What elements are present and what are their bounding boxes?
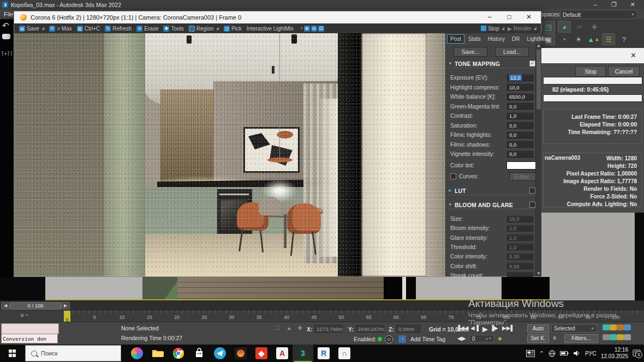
zoom-out-icon[interactable]: ⊖ [311, 26, 317, 32]
taskbar-app-archicad[interactable]: ∩ [334, 345, 355, 362]
render-list-icon[interactable]: ☰ [602, 33, 615, 45]
panel-scrollbar[interactable]: ▲ ▼ [535, 43, 541, 276]
section-tone-mapping[interactable]: ▼ TONE MAPPING ✓ [448, 59, 535, 68]
scroll-up-icon[interactable]: ▲ [536, 43, 541, 49]
taskbar-app-copilot[interactable] [127, 345, 147, 362]
tab-stats[interactable]: Stats [465, 34, 484, 44]
dialog-cancel-button[interactable]: Cancel [608, 66, 640, 77]
tab-dr[interactable]: DR [509, 34, 523, 44]
start-button[interactable] [0, 345, 25, 362]
numeric-field[interactable]: 0,0 [507, 132, 533, 138]
corona-stop-button[interactable]: Stop◢ [481, 26, 504, 32]
numeric-field[interactable]: 1,0 [507, 234, 533, 241]
taskbar-clock[interactable]: 12:16 12.03.2025 [601, 347, 628, 360]
numeric-field[interactable]: 15,0 [507, 216, 533, 222]
taskbar-app-yandex[interactable]: ◆ [251, 345, 272, 362]
numeric-field[interactable]: 0,0 [507, 141, 533, 148]
lightbulb-icon[interactable]: ☀ [573, 34, 585, 45]
play-button[interactable]: ▶ [482, 325, 488, 333]
taskbar-app-telegram[interactable] [210, 345, 230, 362]
lut-checkbox[interactable] [529, 188, 535, 194]
corona-pick-button[interactable]: ◲ Pick [224, 26, 242, 32]
maxscript-listener-line[interactable]: Conversion don [1, 334, 58, 343]
dialog-stop-button[interactable]: Stop [575, 66, 606, 77]
curves-editor-button[interactable]: Editor... [509, 172, 539, 181]
corona-titlebar[interactable]: Corona 6 (Hotfix 2) | 1280×720px (1:1) |… [14, 11, 541, 23]
x-field[interactable]: 1273,746m [314, 325, 343, 333]
dialog-titlebar[interactable]: ✕ [541, 48, 644, 63]
corona-save-button[interactable]: ▤ Save◢ [19, 26, 44, 32]
maxscript-listener[interactable] [1, 323, 59, 334]
post-save-button[interactable]: Save... [454, 47, 487, 57]
numeric-field[interactable]: 6500,0 [507, 94, 533, 100]
tab-post[interactable]: Post [447, 34, 464, 44]
frame-marker[interactable]: 0 [64, 311, 70, 322]
corona-copy-button[interactable]: ▥ Ctrl+C [77, 26, 100, 32]
numeric-field[interactable]: 1,0 [507, 244, 533, 250]
coordinates-icon[interactable]: ✛ [297, 325, 302, 331]
numeric-field[interactable]: 0,0 [507, 151, 533, 158]
viewport-label[interactable]: [+][ [1, 51, 13, 56]
corona-to-max-button[interactable]: ⟳ > Max [49, 26, 72, 32]
menu-file[interactable]: File [4, 11, 14, 17]
scrollbar-thumb[interactable] [536, 50, 541, 110]
post-load-button[interactable]: Load... [495, 47, 529, 57]
close-button[interactable]: ✕ [624, 0, 641, 9]
tray-chevron-icon[interactable]: ⌃ [539, 350, 544, 357]
numeric-field[interactable]: 1,0 [507, 225, 533, 232]
tone-mapping-checkbox[interactable]: ✓ [529, 61, 535, 67]
battery-icon[interactable] [560, 351, 569, 356]
workspaces-dropdown[interactable]: Default▼ [560, 10, 637, 19]
filters-button[interactable]: Filters... [564, 334, 598, 343]
corona-erase-button[interactable]: ✕ Erase [136, 26, 158, 32]
frame-spinner[interactable]: 0▲▼ [469, 335, 494, 342]
corona-region-button[interactable]: Region◢ [189, 26, 219, 32]
dialog-close-icon[interactable]: ✕ [630, 51, 636, 59]
go-to-start-button[interactable]: ▐◀◀ [456, 325, 468, 331]
maximize-button[interactable]: ❐ [606, 0, 622, 9]
y-field[interactable]: 2440,247m [356, 325, 384, 333]
viewport-bottom-strip[interactable] [0, 277, 644, 300]
corona-close-button[interactable]: ✕ [519, 11, 539, 23]
taskbar-app-music[interactable] [230, 345, 251, 362]
keyframe-tools-row2[interactable] [603, 334, 631, 341]
timeline-slider-handle[interactable]: 0 / 100 [10, 302, 61, 310]
taskbar-app-chrome[interactable] [168, 345, 189, 362]
corona-maximize-button[interactable]: □ [499, 11, 519, 23]
numeric-field[interactable]: 0,50 [507, 263, 533, 269]
language-indicator[interactable]: РУС [585, 350, 597, 357]
numeric-field[interactable]: 0,0 [507, 122, 533, 129]
help-icon[interactable]: ? [618, 34, 630, 45]
prev-frame-button[interactable]: ◀▐ [470, 325, 479, 331]
teapot-outline-icon[interactable]: ◔ [558, 34, 570, 45]
corona-render-view[interactable] [14, 33, 445, 276]
teapot-toolbar-icon[interactable] [2, 34, 10, 39]
z-field[interactable]: 0,0mm [396, 325, 420, 333]
scroll-down-icon[interactable]: ▼ [536, 271, 541, 276]
numeric-field[interactable]: 0,30 [507, 254, 533, 260]
render-teapot-icon[interactable]: ◕ [558, 21, 571, 33]
section-lut[interactable]: ► LUT [448, 186, 535, 195]
corona-tools-button[interactable]: ✱ Tools [163, 26, 183, 32]
curve-editor-mini-icon[interactable]: ≡~ [21, 312, 29, 318]
zoom-in-icon[interactable]: ⊕ [304, 26, 310, 32]
timeline-prev-button[interactable]: ◀ [1, 302, 10, 310]
volume-icon[interactable] [573, 350, 581, 357]
taskbar-app-store[interactable] [189, 345, 210, 362]
numeric-field[interactable]: 1,0 [507, 113, 533, 119]
render-setup-icon[interactable]: ◳ [542, 21, 555, 33]
corona-lightmix-button[interactable]: Interactive LightMix [247, 26, 294, 32]
corona-minimize-button[interactable]: – [480, 11, 499, 23]
taskbar-search[interactable]: Поиск [25, 345, 121, 361]
time-tag-icon[interactable]: ◔ [398, 335, 406, 343]
lock-selection-icon[interactable]: 🔒︎ [288, 325, 290, 331]
keyframe-tools-row1[interactable] [603, 324, 631, 331]
set-key-button[interactable]: Set K. [527, 334, 549, 343]
viewport-left-edge[interactable]: [+][ [0, 19, 14, 300]
notification-center-icon[interactable]: 5 [633, 349, 641, 357]
news-widget-icon[interactable] [526, 350, 535, 357]
corona-refresh-button[interactable]: ↻ Refresh [105, 26, 132, 32]
enabled-toggle-button[interactable]: O [385, 335, 393, 343]
go-to-end-button[interactable]: ▶▶▌ [502, 325, 514, 331]
numeric-field[interactable]: 10,0 [507, 84, 533, 90]
